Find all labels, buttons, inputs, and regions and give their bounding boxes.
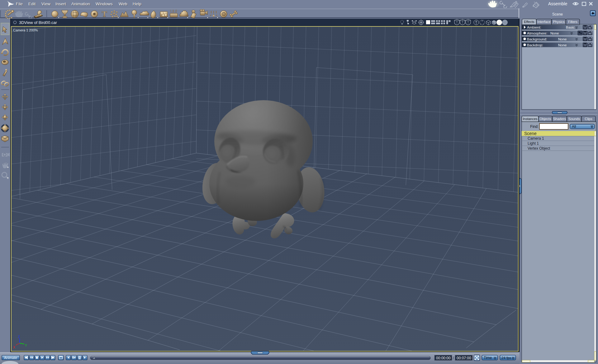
svg-text:Instances: Instances [523, 117, 538, 121]
svg-text:00:00:00: 00:00:00 [436, 356, 451, 360]
svg-text:Ambient:: Ambient: [527, 26, 541, 29]
svg-text:None: None [550, 31, 559, 35]
svg-text:Camera 1: Camera 1 [528, 136, 544, 141]
svg-text:Background:: Background: [527, 37, 547, 41]
svg-text:All: All [572, 124, 576, 129]
svg-text:Find:: Find: [530, 124, 539, 129]
svg-text:Shaders: Shaders [553, 117, 566, 121]
svg-text:X: X [13, 346, 15, 349]
svg-text:Vertex Object: Vertex Object [528, 146, 550, 151]
svg-text:Time: Time [484, 356, 492, 360]
svg-text:Light 1: Light 1 [528, 141, 539, 146]
svg-text:Edit: Edit [28, 2, 36, 6]
svg-text:Insert: Insert [55, 2, 66, 6]
svg-text:None: None [558, 43, 567, 47]
svg-text:24 fps: 24 fps [501, 356, 511, 360]
svg-text:Y: Y [25, 344, 27, 347]
svg-text:Effects: Effects [524, 20, 534, 24]
svg-text:Scene: Scene [552, 12, 563, 16]
svg-text:Atmosphere:: Atmosphere: [527, 31, 547, 35]
svg-text:Web: Web [119, 2, 127, 6]
svg-text:T: T [102, 10, 107, 18]
svg-text:Animation: Animation [71, 2, 90, 6]
svg-text:Scene: Scene [524, 131, 537, 136]
svg-text:Physics: Physics [553, 20, 565, 24]
svg-text:Help: Help [133, 2, 141, 6]
svg-text:None: None [558, 37, 567, 41]
svg-text:Camera 1 200%: Camera 1 200% [13, 28, 38, 32]
svg-text:Filters: Filters [568, 20, 577, 24]
svg-text:Backdrop:: Backdrop: [527, 43, 543, 47]
svg-text:Clips: Clips [585, 117, 592, 121]
svg-text:00:07:00: 00:07:00 [457, 356, 471, 360]
svg-text:Basic: Basic [566, 26, 575, 29]
svg-text:View: View [41, 2, 50, 6]
svg-text:Windows: Windows [96, 2, 113, 6]
svg-text:Interface: Interface [537, 20, 551, 24]
svg-text:3DView of Bird00.car: 3DView of Bird00.car [19, 20, 57, 25]
svg-text:Objects: Objects [539, 117, 551, 121]
svg-text:Z: Z [18, 335, 20, 338]
svg-text:File: File [16, 2, 23, 6]
svg-text:Assemble: Assemble [548, 1, 567, 6]
svg-text:Sounds: Sounds [568, 117, 580, 121]
svg-text:Animate: Animate [4, 356, 17, 360]
